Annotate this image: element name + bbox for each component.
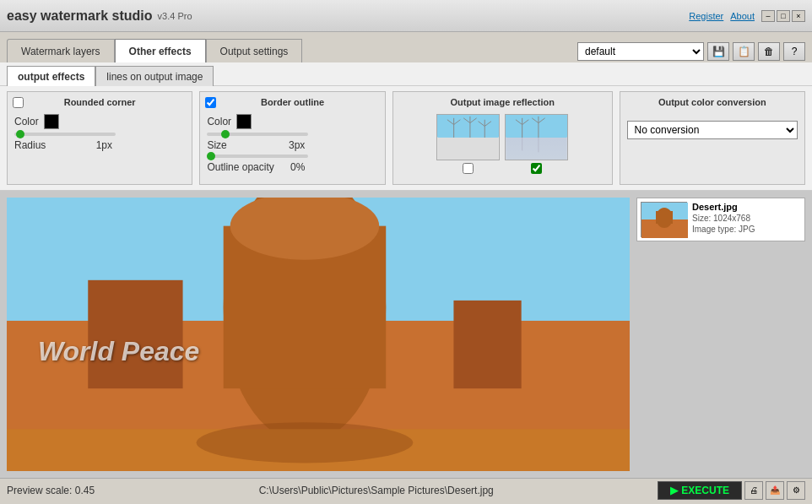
border-outline-title: Border outline [207, 97, 377, 107]
radius-value: 1px [87, 139, 112, 151]
svg-rect-32 [453, 301, 521, 388]
opacity-slider[interactable] [207, 154, 308, 158]
reflection-reflected-container [505, 114, 568, 174]
file-name: Desert.jpg [692, 202, 755, 212]
about-link[interactable]: About [730, 11, 755, 21]
rounded-corner-checkbox[interactable] [13, 97, 24, 108]
close-button[interactable]: × [792, 10, 805, 22]
sub-tab-lines[interactable]: lines on output image [95, 66, 214, 86]
delete-profile-button[interactable]: 🗑 [758, 42, 780, 61]
svg-rect-0 [438, 115, 499, 138]
conversion-title: Output color conversion [627, 97, 798, 107]
opacity-label: Outline opacity [207, 161, 274, 173]
status-bar: Preview scale: 0.45 C:\Users\Public\Pict… [0, 478, 812, 501]
svg-rect-31 [88, 280, 182, 388]
main-tabs: Watermark layers Other effects Output se… [0, 32, 812, 62]
rounded-corner-title: Rounded corner [14, 97, 185, 107]
size-label: Size [207, 139, 274, 151]
svg-rect-15 [506, 138, 567, 160]
save-as-profile-button[interactable]: 📋 [733, 42, 755, 61]
border-outline-box: Border outline Color Size 3px Outline op… [199, 91, 385, 185]
svg-rect-14 [506, 115, 567, 138]
svg-rect-1 [438, 138, 499, 160]
app-version: v3.4 Pro [158, 11, 192, 21]
file-type: Image type: JPG [692, 225, 755, 234]
execute-group: ▶ EXECUTE 🖨 📤 ⚙ [658, 481, 805, 500]
reflection-reflected-image [505, 114, 568, 160]
color-swatch-bo[interactable] [236, 114, 252, 129]
effects-panel: Rounded corner Color Radius 1px Border o… [0, 86, 812, 191]
tab-watermark-layers[interactable]: Watermark layers [7, 39, 115, 62]
sub-tab-output-effects[interactable]: output effects [7, 66, 95, 86]
reflection-original-image [436, 114, 500, 160]
file-path: C:\Users\Public\Pictures\Sample Pictures… [259, 485, 494, 496]
sub-tabs: output effects lines on output image [0, 62, 812, 86]
file-panel: Desert.jpg Size: 1024x768 Image type: JP… [636, 198, 805, 471]
watermark-text: World Peace [38, 336, 199, 367]
tab-output-settings[interactable]: Output settings [206, 39, 303, 62]
tab-other-effects[interactable]: Other effects [115, 39, 206, 62]
minimize-button[interactable]: – [761, 10, 775, 22]
save-profile-button[interactable]: 💾 [707, 42, 729, 61]
reflection-original-container [436, 114, 500, 174]
profile-select[interactable]: default [577, 42, 704, 61]
size-slider[interactable] [207, 133, 308, 136]
execute-button[interactable]: ▶ EXECUTE [658, 481, 742, 500]
file-size: Size: 1024x768 [692, 214, 755, 223]
conversion-select[interactable]: No conversion Grayscale Sepia Black & Wh… [627, 121, 798, 139]
reflection-title: Output image reflection [400, 97, 605, 107]
conversion-box: Output color conversion No conversion Gr… [620, 91, 805, 185]
help-button[interactable]: ? [783, 42, 805, 61]
file-item[interactable]: Desert.jpg Size: 1024x768 Image type: JP… [636, 198, 805, 241]
exec-icon-3[interactable]: ⚙ [787, 481, 805, 500]
original-checkbox[interactable] [463, 163, 474, 174]
exec-icon-2[interactable]: 📤 [766, 481, 784, 500]
maximize-button[interactable]: □ [777, 10, 790, 22]
preview-image: World Peace [7, 198, 630, 471]
execute-play-icon: ▶ [670, 485, 678, 496]
reflected-checkbox[interactable] [531, 163, 542, 174]
opacity-value: 0% [279, 161, 305, 173]
preview-container: World Peace [7, 198, 630, 471]
border-outline-checkbox[interactable] [205, 97, 216, 108]
radius-label: Radius [14, 139, 82, 151]
register-link[interactable]: Register [689, 11, 723, 21]
title-bar: easy watermark studio v3.4 Pro Register … [0, 0, 812, 32]
main-area: World Peace Desert.jpg Size: 1024x768 Im… [0, 191, 812, 478]
rounded-corner-box: Rounded corner Color Radius 1px [7, 91, 192, 185]
size-value: 3px [279, 139, 305, 151]
reflection-box: Output image reflection [392, 91, 613, 185]
svg-rect-38 [656, 211, 673, 224]
color-swatch-rc[interactable] [44, 114, 59, 129]
color-label-rc: Color [14, 116, 39, 127]
color-label-bo: Color [207, 116, 231, 127]
exec-icon-1[interactable]: 🖨 [744, 481, 763, 500]
svg-point-34 [197, 422, 414, 463]
radius-slider[interactable] [14, 133, 116, 136]
preview-scale: Preview scale: 0.45 [7, 485, 95, 496]
file-thumbnail [641, 202, 687, 237]
file-info: Desert.jpg Size: 1024x768 Image type: JP… [692, 202, 755, 234]
app-title: easy watermark studio [7, 8, 153, 24]
